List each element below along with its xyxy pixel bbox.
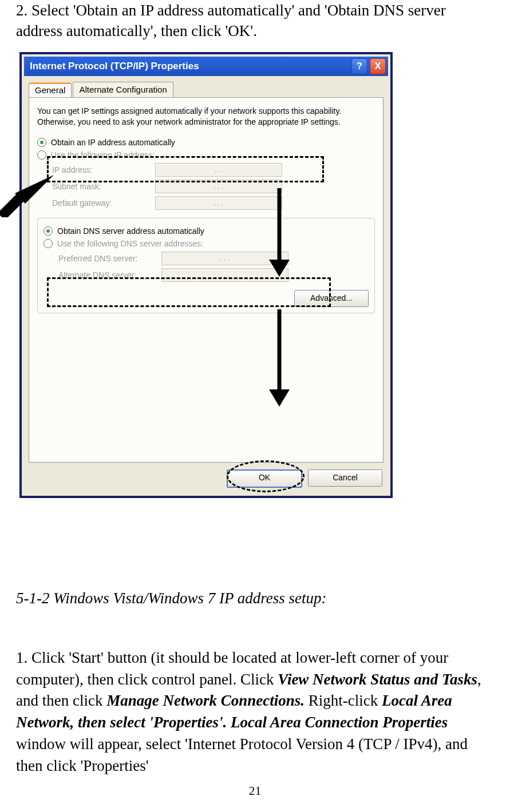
radio-label: Obtain DNS server address automatically [57,226,204,236]
radio-icon [37,150,46,160]
input-default-gateway: . . . [155,196,282,210]
text: window will appear, select 'Internet Pro… [16,735,468,774]
label-ip-address: IP address: [52,165,155,174]
input-ip-address: . . . [155,163,282,177]
tab-general[interactable]: General [29,82,72,98]
label-preferred-dns: Preferred DNS server: [58,254,161,263]
label-default-gateway: Default gateway: [52,198,155,208]
ip-fields: IP address:. . . Subnet mask:. . . Defau… [52,163,375,210]
close-button[interactable]: X [370,58,386,74]
window-title: Internet Protocol (TCP/IP) Properties [30,61,349,72]
radio-obtain-ip-automatically[interactable]: Obtain an IP address automatically [37,138,375,147]
tab-strip: General Alternate Configuration [24,76,388,97]
step-1-paragraph: 1. Click 'Start' button (it should be lo… [16,647,494,777]
tab-alternate-configuration[interactable]: Alternate Configuration [73,82,173,97]
radio-obtain-dns-automatically[interactable]: Obtain DNS server address automatically [44,226,369,236]
instruction-step-2: 2. Select 'Obtain an IP address automati… [16,0,494,42]
cancel-button[interactable]: Cancel [308,469,382,487]
tab-panel-general: You can get IP settings assigned automat… [29,97,384,463]
bold-link-view-status: View Network Status and Tasks [278,671,477,688]
dns-fields: Preferred DNS server:. . . Alternate DNS… [58,252,369,282]
input-alternate-dns: . . . [161,268,288,282]
radio-label: Obtain an IP address automatically [51,138,175,147]
ok-button[interactable]: OK [227,469,302,488]
help-button[interactable]: ? [351,58,367,74]
radio-icon [44,226,53,236]
page-number: 21 [0,783,510,798]
radio-icon [37,138,46,147]
description-text: You can get IP settings assigned automat… [37,106,375,128]
bold-link-manage-connections: Manage Network Connections. [106,692,305,709]
titlebar: Internet Protocol (TCP/IP) Properties ? … [24,57,388,76]
dialog-actions: OK Cancel [24,463,388,493]
section-heading: 5-1-2 Windows Vista/Windows 7 IP address… [16,590,494,607]
screenshot-tcpip-properties: Internet Protocol (TCP/IP) Properties ? … [19,52,393,498]
radio-use-following-dns[interactable]: Use the following DNS server addresses: [44,239,369,248]
input-preferred-dns: . . . [161,252,288,265]
svg-rect-5 [0,190,27,217]
advanced-button[interactable]: Advanced... [294,290,369,307]
radio-icon [44,239,53,248]
label-alternate-dns: Alternate DNS server: [58,270,161,280]
label-subnet-mask: Subnet mask: [52,182,155,191]
radio-label: Use the following IP address: [51,150,155,160]
radio-label: Use the following DNS server addresses: [57,239,203,248]
radio-use-following-ip[interactable]: Use the following IP address: [37,150,375,160]
input-subnet-mask: . . . [155,180,282,193]
text: Right-click [305,692,382,709]
dns-group: Obtain DNS server address automatically … [37,218,375,313]
